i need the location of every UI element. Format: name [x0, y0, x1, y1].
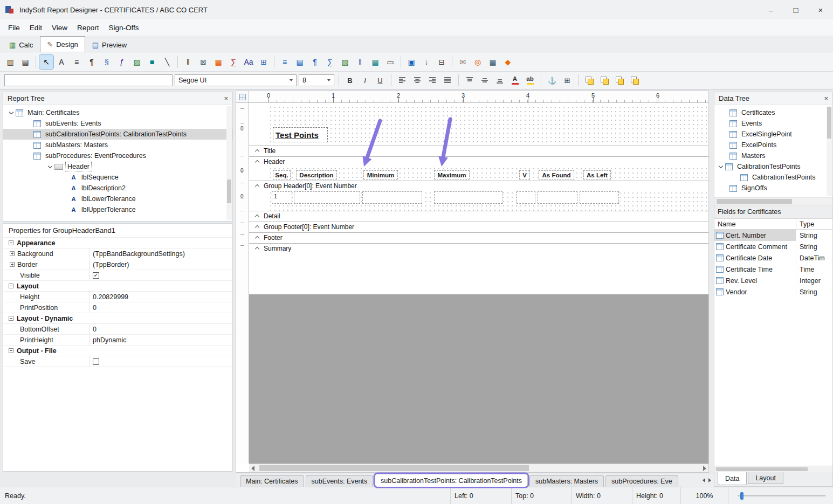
- column-header-type[interactable]: Type: [796, 219, 814, 229]
- highlight-button[interactable]: ab: [524, 74, 536, 87]
- scrollbar-thumb[interactable]: [716, 467, 808, 471]
- visible-checkbox[interactable]: ✓: [93, 272, 99, 279]
- shape-tool-icon[interactable]: ■: [145, 55, 159, 69]
- tab-scroll-buttons[interactable]: [699, 473, 714, 487]
- collapse-icon[interactable]: [9, 284, 13, 288]
- valign-bottom-button[interactable]: [493, 74, 506, 87]
- minimize-button[interactable]: –: [759, 0, 783, 19]
- canvas-horizontal-scrollbar[interactable]: [249, 464, 708, 472]
- menu-edit[interactable]: Edit: [25, 24, 47, 32]
- close-icon[interactable]: ×: [224, 94, 228, 102]
- menu-view[interactable]: View: [47, 24, 72, 32]
- table-grid-tool-icon[interactable]: ⊞: [257, 55, 271, 69]
- column-header-v[interactable]: V: [519, 170, 530, 179]
- close-button[interactable]: ×: [808, 0, 833, 19]
- field-placeholder[interactable]: [362, 191, 422, 204]
- anchor-button[interactable]: ⚓: [546, 74, 559, 87]
- chevron-up-icon[interactable]: [255, 184, 259, 189]
- data-tree-panel-icon[interactable]: ▤: [18, 55, 32, 69]
- borders-button[interactable]: ⊞: [561, 74, 574, 87]
- line-tool-icon[interactable]: ╲: [160, 55, 174, 69]
- property-row-background[interactable]: Background(TppBandBackgroundSettings): [3, 248, 232, 259]
- report-tree-panel-icon[interactable]: ▥: [3, 55, 17, 69]
- menu-report[interactable]: Report: [72, 24, 104, 32]
- zoom-slider-track[interactable]: [738, 495, 825, 496]
- data-tree-item-certificates[interactable]: Certificates: [714, 107, 832, 118]
- property-value[interactable]: (TppBandBackgroundSettings): [90, 248, 232, 259]
- band-group-footer[interactable]: Group Footer[0]: Event Number: [249, 222, 708, 231]
- property-group-output-file[interactable]: Output - File: [3, 346, 232, 356]
- band-group-header[interactable]: Group Header[0]: Event Number: [249, 181, 708, 190]
- tree-item-lbldescription2[interactable]: lblDescription2: [3, 183, 232, 194]
- chevron-up-icon[interactable]: [255, 247, 259, 251]
- tree-item-subcalibrationtestpoints[interactable]: subCalibrationTestPoints: CalibrationTes…: [3, 129, 232, 140]
- font-tool-icon[interactable]: Aa: [242, 55, 256, 69]
- collapse-icon[interactable]: [9, 316, 13, 321]
- align-justify-button[interactable]: [441, 74, 454, 87]
- tree-item-header-band[interactable]: Header: [3, 161, 232, 172]
- font-size-select[interactable]: 8: [299, 74, 334, 86]
- band-summary[interactable]: Summary: [249, 243, 708, 253]
- dbtext-tool-icon[interactable]: ≡: [278, 55, 292, 69]
- data-tree-item-masters[interactable]: Masters: [714, 150, 832, 161]
- chevron-up-icon[interactable]: [255, 225, 259, 230]
- italic-button[interactable]: I: [359, 74, 371, 87]
- page-tab-submasters[interactable]: subMasters: Masters: [529, 475, 604, 487]
- property-row-save[interactable]: Save: [3, 356, 232, 367]
- property-group-layout[interactable]: Layout: [3, 281, 232, 292]
- page-tab-subcalibrationtestpoints[interactable]: subCalibrationTestPoints: CalibrationTes…: [375, 474, 528, 487]
- dbrichtext-tool-icon[interactable]: ¶: [308, 55, 322, 69]
- richtext-tool-icon[interactable]: ¶: [85, 55, 99, 69]
- zoom-slider-thumb[interactable]: [740, 492, 743, 500]
- valign-top-button[interactable]: [463, 74, 476, 87]
- field-row-cert-number[interactable]: Cert. NumberString: [714, 230, 832, 241]
- column-header-as-left[interactable]: As Left: [583, 170, 611, 179]
- tree-item-subevents[interactable]: subEvents: Events: [3, 118, 232, 129]
- chevron-up-icon[interactable]: [255, 149, 259, 154]
- chevron-down-icon[interactable]: [719, 164, 723, 168]
- tree-item-lbllowertolerance[interactable]: lblLowerTolerance: [3, 194, 232, 204]
- scrollbar-thumb[interactable]: [827, 107, 831, 139]
- memo-tool-icon[interactable]: ≡: [70, 55, 84, 69]
- align-right-button[interactable]: [426, 74, 439, 87]
- barcode-tool-icon[interactable]: ‖: [181, 55, 195, 69]
- scrollbar-thumb[interactable]: [259, 465, 529, 471]
- image-tool-icon[interactable]: ▨: [130, 55, 144, 69]
- label-tool-icon[interactable]: A: [54, 55, 68, 69]
- system-variable-tool-icon[interactable]: §: [100, 55, 114, 69]
- property-value[interactable]: phDynamic: [90, 335, 232, 345]
- collapse-icon[interactable]: [9, 240, 13, 245]
- collapse-icon[interactable]: [9, 348, 13, 353]
- field-placeholder[interactable]: [538, 191, 577, 204]
- format-edit-input[interactable]: [4, 74, 173, 86]
- valign-middle-button[interactable]: [478, 74, 491, 87]
- ruler-corner[interactable]: [236, 91, 249, 103]
- field-row-vendor[interactable]: VendorString: [714, 286, 832, 298]
- expand-icon[interactable]: [10, 251, 15, 256]
- scroll-left-icon[interactable]: [251, 466, 254, 471]
- data-tree-item-events[interactable]: Events: [714, 118, 832, 129]
- checkbox-tool-icon[interactable]: ⊠: [196, 55, 210, 69]
- mail-tool-icon[interactable]: ✉: [456, 55, 470, 69]
- search-tool-icon[interactable]: ◎: [471, 55, 485, 69]
- field-row-certificate-comment[interactable]: Certificate CommentString: [714, 241, 832, 252]
- property-group-layout-dynamic[interactable]: Layout - Dynamic: [3, 313, 232, 324]
- calc-tool-icon[interactable]: ∑: [226, 55, 240, 69]
- property-value[interactable]: 0: [90, 324, 232, 334]
- chevron-up-icon[interactable]: [255, 160, 259, 164]
- property-row-bottomoffset[interactable]: BottomOffset0: [3, 324, 232, 335]
- send-to-back-button[interactable]: [598, 74, 611, 87]
- send-backward-button[interactable]: [628, 74, 641, 87]
- tree-item-lblsequence[interactable]: lblSequence: [3, 172, 232, 183]
- scroll-right-icon[interactable]: [708, 478, 711, 482]
- column-header-as-found[interactable]: As Found: [539, 170, 574, 179]
- theme-tool-icon[interactable]: ◆: [501, 55, 515, 69]
- column-header-maximum[interactable]: Maximum: [434, 170, 470, 179]
- variable-tool-icon[interactable]: ƒ: [115, 55, 129, 69]
- dock-tab-data[interactable]: Data: [718, 472, 747, 485]
- expand-icon[interactable]: [10, 262, 15, 267]
- select-tool-icon[interactable]: ↖: [39, 55, 53, 69]
- data-tree-scrollbar[interactable]: [827, 106, 832, 196]
- scroll-left-icon[interactable]: [703, 478, 705, 482]
- dbimage-tool-icon[interactable]: ▧: [338, 55, 352, 69]
